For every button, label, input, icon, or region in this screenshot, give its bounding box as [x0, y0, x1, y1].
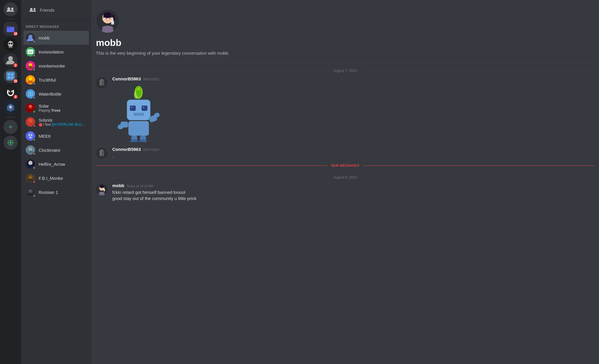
svg-rect-23 [10, 91, 11, 92]
server-1-wrapper: 10 [4, 22, 18, 36]
dm-sidebar: Friends DIRECT MESSAGES mobb [21, 0, 91, 364]
svg-rect-85 [131, 106, 133, 108]
dm-info-tru3thful: Tru3thful [39, 77, 87, 82]
svg-point-26 [9, 106, 12, 108]
dm-home-icon[interactable] [4, 2, 18, 16]
svg-point-1 [11, 8, 13, 10]
dm-item-mobb[interactable]: mobb [23, 31, 89, 45]
dm-avatar-mobb [26, 33, 35, 42]
server-2-wrapper [4, 37, 18, 51]
dm-name-clockinator: Clockinator [39, 148, 87, 153]
dm-list: mobb GO Invisisolation [21, 30, 91, 364]
svg-rect-41 [29, 92, 30, 94]
dm-item-tru3thful[interactable]: Tru3thful [23, 73, 89, 87]
svg-rect-110 [104, 189, 105, 191]
discover-icon[interactable] [4, 136, 18, 150]
message-group-3: mobb Today at 10:14 AM fckin retard got … [96, 182, 594, 204]
server-6-wrapper [4, 101, 18, 115]
add-server-icon[interactable]: + [4, 120, 18, 134]
dm-avatar-mee6 [26, 131, 35, 141]
new-messages-label: NEW MESSAGES [330, 164, 360, 167]
trove-sticker [112, 84, 200, 143]
message-group-1: ConnorB5963 08/07/2022 [96, 75, 594, 146]
divider-line-right-2 [362, 177, 594, 178]
server-2-icon[interactable] [4, 37, 18, 51]
svg-rect-89 [128, 121, 149, 136]
svg-point-12 [8, 56, 13, 61]
svg-point-25 [12, 91, 13, 92]
dm-info-helfire: Helfire_Arrow [39, 162, 87, 167]
server-5-badge: 4 [13, 94, 18, 99]
dm-name-fbi: F.B.I_Monke [39, 176, 87, 181]
svg-point-20 [8, 87, 13, 91]
svg-point-61 [29, 175, 32, 177]
server-4-badge: 25 [13, 78, 18, 84]
message-author-2: ConnorB5963 [112, 147, 141, 152]
dm-item-waterbottle[interactable]: WaterBottle [23, 87, 89, 101]
dm-item-solysis[interactable]: Solysis ⬤I feel [[HYPERLINK BLOCKED]] [23, 115, 89, 129]
dm-name-tru3thful: Tru3thful [39, 77, 87, 82]
dm-item-mee6[interactable]: MEE6 [23, 129, 89, 143]
svg-point-108 [103, 188, 103, 189]
svg-point-49 [28, 119, 32, 123]
dm-name-solysis: Solysis [39, 118, 87, 123]
dm-name-mee6: MEE6 [39, 134, 87, 139]
dm-name-monkemonke: monkemonke [39, 63, 87, 68]
dm-home-wrapper [4, 2, 18, 16]
dm-item-clockinator[interactable]: Clockinator [23, 143, 89, 157]
message-header-3: mobb Today at 10:14 AM [112, 183, 594, 188]
svg-rect-83 [130, 106, 136, 111]
dm-info-solysis: Solysis ⬤I feel [[HYPERLINK BLOCKED]] [39, 118, 87, 127]
server-6-icon[interactable] [4, 101, 18, 115]
divider-line-right [362, 71, 594, 71]
dm-avatar-waterbottle [26, 89, 35, 99]
dm-avatar-russian1 [26, 187, 35, 197]
dm-item-solar[interactable]: Solar Playing Trove [23, 101, 89, 115]
svg-point-28 [30, 8, 32, 10]
dm-item-monkemonke[interactable]: monkemonke [23, 59, 89, 73]
svg-point-6 [8, 43, 10, 44]
dm-status-mee6 [33, 138, 36, 141]
conversation-avatar [96, 9, 119, 33]
server-1-badge: 10 [13, 31, 18, 36]
dm-name-mobb: mobb [39, 35, 87, 40]
dm-avatar-monkemonke [26, 61, 35, 70]
date-divider-aug9: August 9, 2022 [96, 170, 594, 182]
svg-rect-111 [104, 189, 105, 189]
message-timestamp-3: Today at 10:14 AM [127, 184, 153, 188]
svg-point-7 [11, 43, 13, 44]
message-group-2: ConnorB5963 08/07/2022 . [96, 146, 594, 161]
dm-info-mobb: mobb [39, 35, 87, 40]
dm-avatar-clockinator [26, 145, 35, 155]
messages-area: mobb This is the very beginning of your … [91, 0, 599, 364]
svg-point-29 [34, 8, 36, 10]
dm-info-russian1: Russian 1 [39, 190, 87, 195]
svg-rect-16 [8, 76, 10, 79]
dm-item-invisisolation[interactable]: GO Invisisolation [23, 45, 89, 59]
dm-avatar-invisisolation: GO [26, 47, 35, 56]
dm-info-solar: Solar Playing Trove [39, 103, 87, 113]
dm-item-russian1[interactable]: Russian 1 [23, 185, 89, 199]
new-messages-line-right [363, 165, 594, 166]
message-content-3b: good stay out of the community u little … [112, 195, 594, 201]
svg-rect-84 [142, 106, 147, 111]
friends-nav-item[interactable]: Friends [26, 5, 87, 15]
dm-item-helfire[interactable]: Helfire_Arrow [23, 157, 89, 171]
svg-rect-3 [7, 26, 11, 28]
message-avatar-connorb5963-2 [96, 147, 108, 159]
dm-status-fbi [33, 180, 36, 183]
svg-rect-86 [142, 106, 144, 108]
svg-point-70 [109, 18, 110, 19]
dm-avatar-fbi [26, 173, 35, 183]
dm-info-invisisolation: Invisisolation [39, 49, 87, 54]
dm-info-waterbottle: WaterBottle [39, 92, 87, 96]
svg-rect-72 [111, 20, 114, 25]
dm-header: Friends [21, 0, 91, 20]
dm-item-fbi[interactable]: F.B.I_Monke [23, 171, 89, 185]
svg-rect-15 [11, 73, 13, 76]
dm-status-mobb [33, 40, 36, 43]
dm-status-russian1 [33, 194, 36, 197]
server-sidebar: 10 2 [0, 0, 21, 364]
svg-rect-17 [11, 76, 13, 79]
svg-point-63 [28, 189, 32, 193]
